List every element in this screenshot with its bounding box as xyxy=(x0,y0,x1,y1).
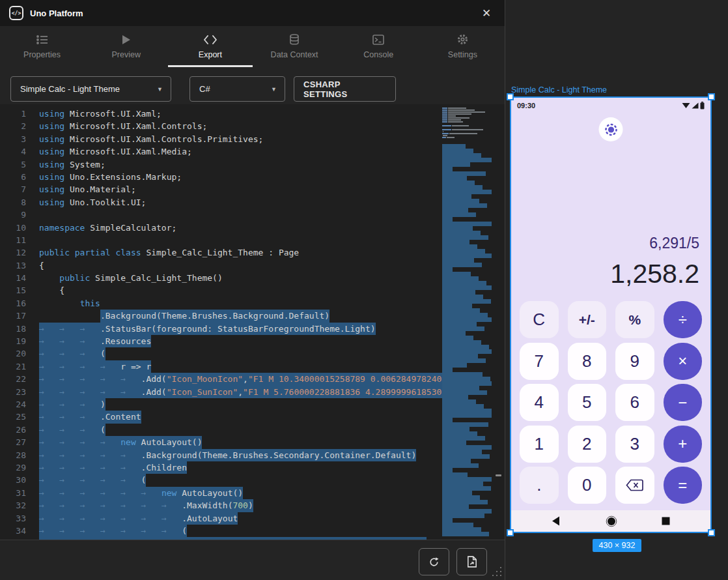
design-canvas: Simple Calc - Light Theme 09:30 xyxy=(506,0,728,580)
tab-preview[interactable]: Preview xyxy=(84,26,168,67)
code-icon: </> xyxy=(9,6,23,20)
code-line: 6using Uno.Extensions.Markup; xyxy=(0,171,442,183)
code-line: 28→ → → → → .Background(Theme.Brushes.Se… xyxy=(0,449,442,461)
phone-preview[interactable]: 09:30 6,291/5 1,258.2 xyxy=(510,96,712,533)
key-2[interactable]: 2 xyxy=(568,426,607,463)
code-line: 13{ xyxy=(0,259,442,272)
code-line: 11 xyxy=(0,234,442,246)
code-line: 2using Microsoft.UI.Xaml.Controls; xyxy=(0,120,442,132)
window-title: Uno Platform xyxy=(30,8,83,18)
key-%[interactable]: % xyxy=(615,301,654,338)
resize-grip[interactable] xyxy=(488,562,503,576)
battery-icon xyxy=(700,102,705,109)
titlebar: </> Uno Platform ✕ xyxy=(0,0,505,26)
code-line: 20→ → → ( xyxy=(0,347,442,360)
device-size-badge: 430 × 932 xyxy=(593,539,642,552)
selection-handle[interactable] xyxy=(708,93,715,100)
refresh-button[interactable] xyxy=(419,548,449,575)
theme-toggle-button[interactable] xyxy=(599,117,623,141)
code-line: 14 public Simple_Calc_Light_Theme() xyxy=(0,272,442,284)
code-line: 18→ → → .StatusBar(foreground: StatusBar… xyxy=(0,323,442,335)
key-backspace[interactable] xyxy=(615,467,654,504)
theme-select-value: Simple Calc - Light Theme xyxy=(20,84,120,94)
play-icon xyxy=(121,35,131,47)
device-label[interactable]: Simple Calc - Light Theme xyxy=(511,85,607,94)
key-6[interactable]: 6 xyxy=(615,384,654,421)
key-1[interactable]: 1 xyxy=(520,426,559,463)
selection-handle[interactable] xyxy=(507,529,514,536)
terminal-icon xyxy=(372,35,384,47)
tab-label: Settings xyxy=(448,50,477,59)
status-bar: 09:30 xyxy=(511,98,710,113)
tab-label: Data Context xyxy=(271,50,318,59)
code-line: 16 this xyxy=(0,297,442,310)
key-−[interactable]: − xyxy=(664,384,703,421)
tab-console[interactable]: Console xyxy=(337,26,421,67)
tab-data-context[interactable]: Data Context xyxy=(253,26,337,67)
code-line: 32→ → → → → → → .MaxWidth(700) xyxy=(0,499,442,512)
scrollbar-thumb[interactable] xyxy=(496,474,501,476)
code-line: 30→ → → → → ( xyxy=(0,474,442,486)
selection-handle[interactable] xyxy=(708,529,715,536)
sun-icon xyxy=(604,123,618,137)
export-file-button[interactable] xyxy=(456,548,487,575)
code-line: 29→ → → → → .Children xyxy=(0,461,442,474)
key-0[interactable]: 0 xyxy=(568,467,607,504)
theme-select-dropdown[interactable]: Simple Calc - Light Theme ▼ xyxy=(10,76,171,102)
android-navbar xyxy=(511,510,710,532)
key-5[interactable]: 5 xyxy=(568,384,607,421)
code-line: 21→ → → → r => r xyxy=(0,360,442,373)
tab-settings[interactable]: Settings xyxy=(421,26,505,67)
key-×[interactable]: × xyxy=(664,343,703,380)
code-icon xyxy=(203,35,217,47)
csharp-settings-button[interactable]: CSHARP SETTINGS xyxy=(294,76,396,102)
key-÷[interactable]: ÷ xyxy=(664,301,703,338)
minimap-selection xyxy=(442,144,494,536)
code-line: 19→ → → .Resources xyxy=(0,335,442,347)
wifi-icon xyxy=(682,102,690,109)
tab-label: Properties xyxy=(23,50,61,59)
key-7[interactable]: 7 xyxy=(520,343,559,380)
language-select-value: C# xyxy=(199,84,210,94)
tab-export[interactable]: Export xyxy=(168,26,252,67)
tab-label: Preview xyxy=(112,50,141,59)
code-line: 7using Uno.Material; xyxy=(0,183,442,196)
code-line: 26→ → → ( xyxy=(0,424,442,436)
back-icon[interactable] xyxy=(552,516,561,526)
code-line: 4using Microsoft.UI.Xaml.Media; xyxy=(0,145,442,158)
file-export-icon xyxy=(467,556,477,568)
home-icon[interactable] xyxy=(606,515,617,527)
key-3[interactable]: 3 xyxy=(615,426,654,463)
close-icon[interactable]: ✕ xyxy=(479,5,494,21)
gear-icon xyxy=(457,34,468,47)
key-9[interactable]: 9 xyxy=(615,343,654,380)
code-line: 31→ → → → → → new AutoLayout() xyxy=(0,487,442,499)
code-line: 9 xyxy=(0,209,442,221)
key-4[interactable]: 4 xyxy=(520,384,559,421)
selection-handle[interactable] xyxy=(507,93,514,100)
code-line: 27→ → → → new AutoLayout() xyxy=(0,436,442,448)
tabbar: PropertiesPreviewExportData ContextConso… xyxy=(0,26,505,67)
key-+[interactable]: + xyxy=(664,426,703,463)
key-C[interactable]: C xyxy=(520,301,559,338)
refresh-icon xyxy=(428,557,440,568)
language-select-dropdown[interactable]: C# ▼ xyxy=(189,76,285,102)
code-line: 5using System; xyxy=(0,158,442,171)
key-+/-[interactable]: +/- xyxy=(568,301,607,338)
key-=[interactable]: = xyxy=(664,467,703,504)
code-line: 15 { xyxy=(0,284,442,297)
calculator-display: 6,291/5 1,258.2 xyxy=(511,233,699,291)
minimap[interactable] xyxy=(442,108,494,538)
status-icons xyxy=(682,102,705,109)
code-line: 33→ → → → → → → .AutoLayout xyxy=(0,512,442,525)
code-line: 25→ → → .Content xyxy=(0,411,442,423)
tab-properties[interactable]: Properties xyxy=(0,26,84,67)
key-8[interactable]: 8 xyxy=(568,343,607,380)
code-editor[interactable]: 1using Microsoft.UI.Xaml;2using Microsof… xyxy=(0,104,505,540)
recents-icon[interactable] xyxy=(662,517,670,525)
keypad: C+/-%÷789×456−123+.0= xyxy=(520,301,702,504)
key-.[interactable]: . xyxy=(520,467,559,504)
tab-label: Console xyxy=(363,50,393,59)
signal-icon xyxy=(692,102,699,109)
tab-label: Export xyxy=(199,50,222,59)
